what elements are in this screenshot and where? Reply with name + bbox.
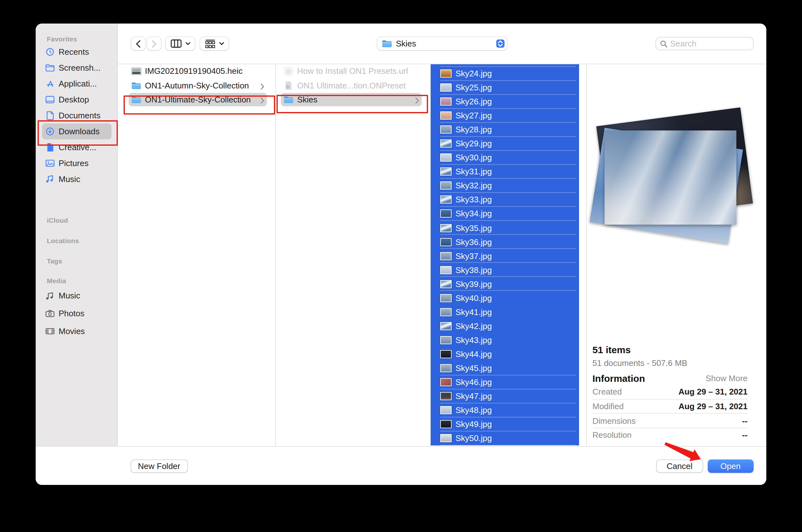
sidebar-item-music[interactable]: Music xyxy=(42,171,111,187)
new-folder-button[interactable]: New Folder xyxy=(130,459,188,473)
chevron-down-icon xyxy=(219,42,224,45)
file-row-sky29-jpg[interactable]: Sky29.jpg xyxy=(431,136,579,151)
sky-thumbnail xyxy=(440,322,452,330)
sky-thumbnail xyxy=(440,154,452,162)
screen-background: Favorites Recents Screensh... Applicati.… xyxy=(0,0,802,532)
sidebar-section-favorites: Favorites xyxy=(47,35,77,42)
sky-thumbnail xyxy=(440,364,452,372)
metadata-row-modified: Modified Aug 29 – 31, 2021 xyxy=(593,399,748,414)
search-icon xyxy=(660,40,668,48)
information-header: Information Show More xyxy=(593,373,748,384)
folder-outline-icon xyxy=(44,62,55,73)
sky-thumbnail xyxy=(440,182,452,190)
column-view-button[interactable] xyxy=(166,37,195,50)
sidebar-item-recents[interactable]: Recents xyxy=(42,43,111,59)
file-row-sky31-jpg[interactable]: Sky31.jpg xyxy=(431,165,579,179)
back-button[interactable] xyxy=(131,37,145,50)
sidebar-section-icloud[interactable]: iCloud xyxy=(47,216,68,224)
file-row-sky42-jpg[interactable]: Sky42.jpg xyxy=(431,319,579,333)
note-icon xyxy=(44,290,55,301)
file-row-sky47-jpg[interactable]: Sky47.jpg xyxy=(431,389,579,403)
group-view-button[interactable] xyxy=(200,37,229,50)
information-label: Information xyxy=(593,373,645,384)
sidebar-item-creative[interactable]: Creative... xyxy=(42,139,111,155)
sidebar-item-desktop[interactable]: Desktop xyxy=(42,91,111,107)
column-ultimate-sky-collection: @ How to Install ON1 Presets.url ON1 Ult… xyxy=(275,64,430,446)
chevron-right-icon xyxy=(260,82,265,91)
sky-thumbnail xyxy=(440,392,452,400)
file-row-sky34-jpg[interactable]: Sky34.jpg xyxy=(431,207,579,221)
sidebar-item-pictures[interactable]: Pictures xyxy=(42,155,111,171)
sidebar-item-documents[interactable]: Documents xyxy=(42,107,111,123)
folder-icon xyxy=(131,81,141,90)
photo-icon xyxy=(44,158,55,168)
sky-thumbnail xyxy=(440,294,452,302)
sky-thumbnail xyxy=(440,350,452,358)
forward-button[interactable] xyxy=(147,37,161,50)
show-more-link[interactable]: Show More xyxy=(706,374,748,383)
file-row-sky36-jpg[interactable]: Sky36.jpg xyxy=(431,235,579,249)
file-row-sky38-jpg[interactable]: Sky38.jpg xyxy=(431,263,579,277)
preview-pane: 51 items 51 documents - 507.6 MB Informa… xyxy=(586,64,766,446)
sky-thumbnail xyxy=(440,280,452,288)
url-icon: @ xyxy=(283,67,293,75)
file-row-sky26-jpg[interactable]: Sky26.jpg xyxy=(431,95,579,109)
sky-thumbnail xyxy=(440,196,452,204)
sidebar-item-music[interactable]: Music xyxy=(42,287,111,304)
sidebar-item-photos[interactable]: Photos xyxy=(42,304,111,322)
search-input[interactable] xyxy=(670,39,740,49)
file-row-sky49-jpg[interactable]: Sky49.jpg xyxy=(431,417,579,431)
file-row-sky32-jpg[interactable]: Sky32.jpg xyxy=(431,179,579,193)
up-down-chevrons-icon xyxy=(496,39,505,48)
file-row-how-to-install-on1-presets-url[interactable]: @ How to Install ON1 Presets.url xyxy=(280,64,421,78)
file-row-sky41-jpg[interactable]: Sky41.jpg xyxy=(431,305,579,319)
sidebar-section-locations[interactable]: Locations xyxy=(47,236,79,244)
sidebar-item-movies[interactable]: Movies xyxy=(42,322,111,340)
file-row-on1-autumn-sky-collection[interactable]: ON1-Autumn-Sky-Collection xyxy=(128,79,267,92)
file-row-sky48-jpg[interactable]: Sky48.jpg xyxy=(431,403,579,417)
metadata-row-created: Created Aug 29 – 31, 2021 xyxy=(593,385,748,399)
sky-thumbnail xyxy=(440,83,452,92)
file-row-on1-ultimate-sky-collection[interactable]: ON1-Ultimate-Sky-Collection xyxy=(128,93,267,106)
file-row-sky44-jpg[interactable]: Sky44.jpg xyxy=(431,347,579,361)
open-button[interactable]: Open xyxy=(708,459,753,473)
download-icon xyxy=(44,126,55,136)
search-field[interactable] xyxy=(655,37,753,50)
current-folder-dropdown[interactable]: Skies xyxy=(377,37,507,50)
file-row-sky24-jpg[interactable]: Sky24.jpg xyxy=(431,66,579,80)
file-row-sky50-jpg[interactable]: Sky50.jpg xyxy=(431,431,579,445)
sky-thumbnail xyxy=(440,210,452,218)
sky-thumbnail xyxy=(440,378,452,386)
image-thumb-icon xyxy=(131,67,141,75)
file-row-sky39-jpg[interactable]: Sky39.jpg xyxy=(431,277,579,291)
partial-row xyxy=(431,64,579,66)
sky-thumbnail xyxy=(440,434,452,442)
file-row-sky35-jpg[interactable]: Sky35.jpg xyxy=(431,221,579,235)
note-icon xyxy=(44,174,55,184)
file-row-sky30-jpg[interactable]: Sky30.jpg xyxy=(431,151,579,165)
file-row-sky33-jpg[interactable]: Sky33.jpg xyxy=(431,193,579,207)
file-row-sky27-jpg[interactable]: Sky27.jpg xyxy=(431,109,579,122)
sidebar-item-downloads[interactable]: Downloads xyxy=(42,123,111,139)
sky-thumbnail xyxy=(440,252,452,260)
sidebar-item-applicati[interactable]: Applicati... xyxy=(42,75,111,91)
file-row-sky28-jpg[interactable]: Sky28.jpg xyxy=(431,122,579,136)
file-row-sky37-jpg[interactable]: Sky37.jpg xyxy=(431,249,579,263)
sky-thumbnail xyxy=(440,125,452,134)
file-row-skies[interactable]: Skies xyxy=(280,93,421,106)
file-row-on1-ultimate-tion-onpreset[interactable]: ON1 Ultimate...tion.ONPreset xyxy=(280,79,421,92)
file-row-sky25-jpg[interactable]: Sky25.jpg xyxy=(431,80,579,95)
camera-icon xyxy=(44,308,55,319)
file-row-img20210919190405-heic[interactable]: IMG20210919190405.heic xyxy=(128,64,267,78)
folder-icon xyxy=(381,39,392,48)
file-row-sky40-jpg[interactable]: Sky40.jpg xyxy=(431,291,579,305)
folder-stepper[interactable] xyxy=(496,39,505,48)
cancel-button[interactable]: Cancel xyxy=(656,459,703,473)
file-row-sky45-jpg[interactable]: Sky45.jpg xyxy=(431,361,579,375)
sidebar-item-screensh[interactable]: Screensh... xyxy=(42,59,111,75)
file-row-sky43-jpg[interactable]: Sky43.jpg xyxy=(431,333,579,347)
file-open-dialog: Favorites Recents Screensh... Applicati.… xyxy=(36,23,766,485)
sidebar-section-tags[interactable]: Tags xyxy=(47,257,62,264)
sky-thumbnail xyxy=(440,336,452,344)
file-row-sky46-jpg[interactable]: Sky46.jpg xyxy=(431,375,579,389)
